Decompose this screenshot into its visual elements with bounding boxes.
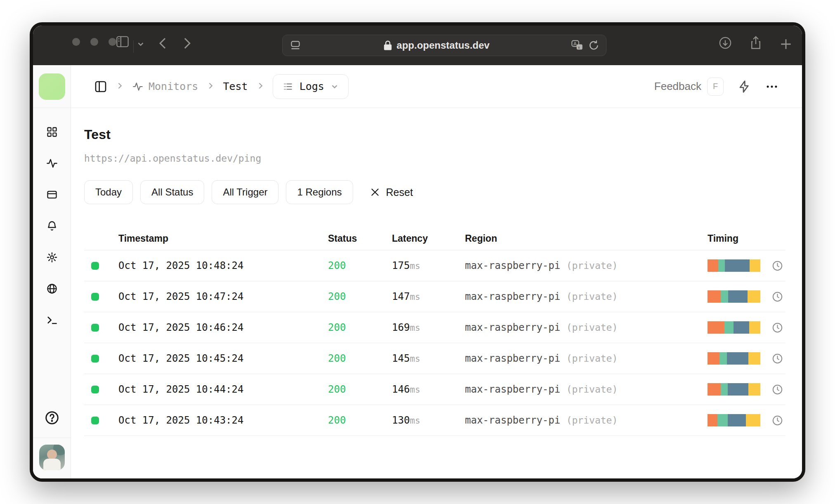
log-row[interactable]: Oct 17, 2025 10:43:24 200 130ms max-rasp… <box>84 405 785 436</box>
main-content: Test https://api.openstatus.dev/ping Tod… <box>71 108 802 436</box>
log-timestamp: Oct 17, 2025 10:44:24 <box>118 384 328 395</box>
feedback-button[interactable]: Feedback F <box>654 78 724 96</box>
quick-actions-button[interactable] <box>738 80 751 93</box>
timing-segment <box>725 259 750 272</box>
col-header-latency: Latency <box>392 233 465 244</box>
logs-table: Timestamp Status Latency Region Timing O… <box>84 227 785 436</box>
logs-view-dropdown[interactable]: Logs <box>273 74 349 99</box>
feedback-shortcut-badge: F <box>707 78 724 96</box>
downloads-button[interactable] <box>719 36 732 49</box>
log-region-note: (private) <box>566 322 618 333</box>
col-header-timestamp: Timestamp <box>118 233 328 244</box>
filter-regions-button[interactable]: 1 Regions <box>286 180 353 204</box>
log-region-note: (private) <box>566 415 618 426</box>
logs-table-body: Oct 17, 2025 10:48:24 200 175ms max-rasp… <box>84 250 785 436</box>
sidebar-chevron-button[interactable] <box>136 40 145 49</box>
clock-icon[interactable] <box>772 322 783 333</box>
timing-segment <box>728 383 748 396</box>
log-region-note: (private) <box>566 291 618 302</box>
filter-status-button[interactable]: All Status <box>140 180 204 204</box>
log-latency-unit: ms <box>410 292 420 302</box>
breadcrumb-monitor-name[interactable]: Test <box>223 80 248 92</box>
sidebar-logo-area <box>33 65 71 108</box>
plus-icon <box>780 38 792 50</box>
breadcrumb-separator <box>206 82 215 92</box>
clock-icon[interactable] <box>772 384 783 395</box>
clock-icon[interactable] <box>772 415 783 426</box>
timing-segment <box>750 259 760 272</box>
panel-toggle-button[interactable] <box>94 80 107 93</box>
log-row[interactable]: Oct 17, 2025 10:48:24 200 175ms max-rasp… <box>84 250 785 281</box>
sidebar-item-public-pages[interactable] <box>46 283 58 296</box>
clock-icon[interactable] <box>772 353 783 364</box>
help-circle-icon <box>45 410 59 425</box>
sidebar-item-notifications[interactable] <box>46 220 58 233</box>
new-tab-button[interactable] <box>780 38 792 50</box>
timing-segment <box>728 414 746 426</box>
log-row[interactable]: Oct 17, 2025 10:46:24 200 169ms max-rasp… <box>84 312 785 343</box>
window-minimize-button[interactable] <box>90 38 98 46</box>
log-timestamp: Oct 17, 2025 10:46:24 <box>118 322 328 333</box>
timing-segment <box>746 414 760 426</box>
log-timestamp: Oct 17, 2025 10:43:24 <box>118 415 328 426</box>
timing-bar <box>708 352 760 365</box>
log-status-code: 200 <box>328 291 392 302</box>
more-options-button[interactable] <box>765 80 779 94</box>
filter-bar: Today All Status All Trigger 1 Regions R… <box>84 180 785 204</box>
clock-icon[interactable] <box>772 260 783 271</box>
filter-period-button[interactable]: Today <box>84 180 133 204</box>
browser-card-icon <box>46 189 58 200</box>
filter-trigger-button[interactable]: All Trigger <box>212 180 278 204</box>
chevron-right-icon <box>206 82 215 90</box>
reset-filters-button[interactable]: Reset <box>370 186 413 198</box>
gear-icon <box>46 252 58 263</box>
sidebar-item-monitors[interactable] <box>46 158 58 171</box>
openstatus-logo[interactable] <box>39 73 65 100</box>
sidebar-item-cli[interactable] <box>46 314 58 327</box>
log-latency-unit: ms <box>410 323 420 333</box>
forward-button[interactable] <box>181 36 193 50</box>
sidebar-item-dashboard[interactable] <box>46 126 58 139</box>
help-button[interactable] <box>45 410 59 427</box>
log-latency-value: 145 <box>392 353 410 364</box>
reload-button[interactable] <box>589 40 599 51</box>
clock-icon[interactable] <box>772 291 783 302</box>
share-button[interactable] <box>749 35 762 50</box>
breadcrumb-separator <box>256 82 264 92</box>
status-indicator <box>91 386 99 393</box>
timing-segment <box>717 414 727 426</box>
user-menu[interactable] <box>33 438 71 478</box>
log-region: max-raspberry-pi <box>465 291 560 302</box>
log-timestamp: Oct 17, 2025 10:48:24 <box>118 260 328 271</box>
col-header-status: Status <box>328 233 392 244</box>
safari-sidebar-toggle[interactable] <box>116 35 130 48</box>
logs-dropdown-label: Logs <box>300 80 324 92</box>
timing-segment <box>708 290 721 303</box>
status-indicator <box>91 293 99 301</box>
translate-button[interactable]: A x <box>571 40 583 51</box>
breadcrumb-monitors[interactable]: Monitors <box>132 80 198 92</box>
col-header-region: Region <box>465 233 708 244</box>
monitor-endpoint-url: https://api.openstatus.dev/ping <box>84 153 785 164</box>
address-bar[interactable]: app.openstatus.dev A x <box>282 35 606 56</box>
avatar <box>39 445 65 470</box>
svg-text:x: x <box>578 45 580 49</box>
ellipsis-icon <box>765 80 779 94</box>
sidebar-item-settings[interactable] <box>46 252 58 265</box>
window-close-button[interactable] <box>72 38 80 46</box>
url-text-wrap: app.openstatus.dev <box>302 40 571 51</box>
log-row[interactable]: Oct 17, 2025 10:44:24 200 146ms max-rasp… <box>84 374 785 405</box>
x-icon <box>370 187 380 198</box>
log-row[interactable]: Oct 17, 2025 10:47:24 200 147ms max-rasp… <box>84 281 785 312</box>
log-latency-value: 146 <box>392 384 410 395</box>
bell-icon <box>46 220 58 232</box>
sidebar-item-status-pages[interactable] <box>46 189 58 202</box>
timing-segment <box>748 352 760 365</box>
log-row[interactable]: Oct 17, 2025 10:45:24 200 145ms max-rasp… <box>84 343 785 374</box>
timing-bar <box>708 321 760 334</box>
log-status-code: 200 <box>328 260 392 271</box>
back-button[interactable] <box>157 36 169 50</box>
timing-segment <box>749 321 760 334</box>
app-sidebar <box>33 65 71 478</box>
col-header-timing: Timing <box>708 233 785 244</box>
